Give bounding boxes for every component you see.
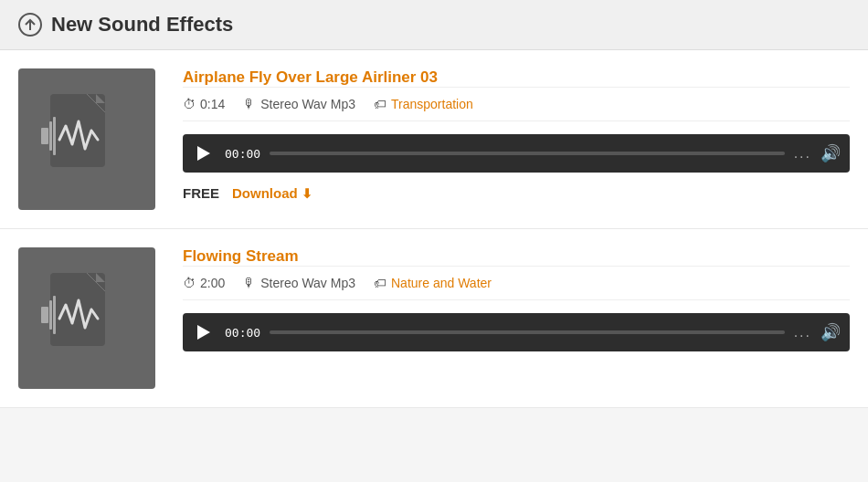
mic-icon-1: 🎙: [243, 97, 256, 111]
svg-rect-2: [50, 94, 105, 167]
time-display-1: 00:00: [225, 147, 260, 161]
duration-1: ⏱ 0:14: [183, 97, 225, 111]
sound-item-1: Airplane Fly Over Large Airliner 03 ⏱ 0:…: [0, 50, 868, 229]
sound-file-icon-2: [37, 268, 137, 369]
download-row-1: FREE Download ⬇: [183, 185, 850, 201]
sound-details-2: Flowing Stream ⏱ 2:00 🎙 Stereo Wav Mp3 🏷…: [183, 247, 850, 364]
time-display-2: 00:00: [225, 326, 260, 340]
duration-2: ⏱ 2:00: [183, 276, 225, 290]
svg-rect-7: [53, 117, 56, 155]
tag-icon-1: 🏷: [374, 97, 386, 111]
audio-player-1: 00:00 ... 🔊: [183, 134, 850, 173]
audio-player-2: 00:00 ... 🔊: [183, 313, 850, 351]
ellipsis-button-2[interactable]: ...: [794, 324, 811, 341]
svg-rect-11: [41, 307, 48, 323]
volume-icon-2[interactable]: 🔊: [820, 322, 841, 342]
svg-rect-13: [53, 296, 56, 334]
sound-thumbnail-2: [18, 247, 155, 389]
play-button-1[interactable]: [192, 141, 216, 165]
mic-icon-2: 🎙: [243, 276, 256, 290]
format-1: 🎙 Stereo Wav Mp3: [243, 97, 355, 111]
svg-rect-8: [50, 273, 105, 346]
sound-file-icon-1: [37, 89, 137, 190]
new-sounds-icon: [18, 13, 42, 37]
sound-thumbnail-1: [18, 68, 155, 210]
ellipsis-button-1[interactable]: ...: [794, 145, 811, 162]
page-header: New Sound Effects: [0, 0, 868, 50]
sound-list: Airplane Fly Over Large Airliner 03 ⏱ 0:…: [0, 50, 868, 408]
tag-icon-2: 🏷: [374, 276, 386, 290]
sound-title-1[interactable]: Airplane Fly Over Large Airliner 03: [183, 68, 438, 86]
volume-icon-1[interactable]: 🔊: [820, 143, 841, 163]
tag-2: 🏷 Nature and Water: [374, 276, 492, 290]
sound-meta-1: ⏱ 0:14 🎙 Stereo Wav Mp3 🏷 Transportation: [183, 87, 850, 121]
svg-rect-6: [49, 121, 52, 151]
play-button-2[interactable]: [192, 320, 216, 344]
progress-bar-2[interactable]: [270, 330, 785, 334]
download-arrow-icon-1: ⬇: [302, 186, 312, 201]
svg-rect-12: [49, 300, 52, 330]
clock-icon-1: ⏱: [183, 97, 196, 111]
download-link-1[interactable]: Download ⬇: [232, 185, 312, 201]
sound-item-2: Flowing Stream ⏱ 2:00 🎙 Stereo Wav Mp3 🏷…: [0, 229, 868, 408]
progress-bar-1[interactable]: [270, 152, 785, 155]
sound-details-1: Airplane Fly Over Large Airliner 03 ⏱ 0:…: [183, 68, 850, 201]
svg-rect-5: [41, 128, 48, 144]
clock-icon-2: ⏱: [183, 276, 196, 290]
sound-meta-2: ⏱ 2:00 🎙 Stereo Wav Mp3 🏷 Nature and Wat…: [183, 266, 850, 300]
sound-title-2[interactable]: Flowing Stream: [183, 247, 299, 265]
format-2: 🎙 Stereo Wav Mp3: [243, 276, 355, 290]
tag-1: 🏷 Transportation: [374, 97, 473, 111]
free-label-1: FREE: [183, 185, 219, 201]
page-title: New Sound Effects: [51, 13, 233, 37]
